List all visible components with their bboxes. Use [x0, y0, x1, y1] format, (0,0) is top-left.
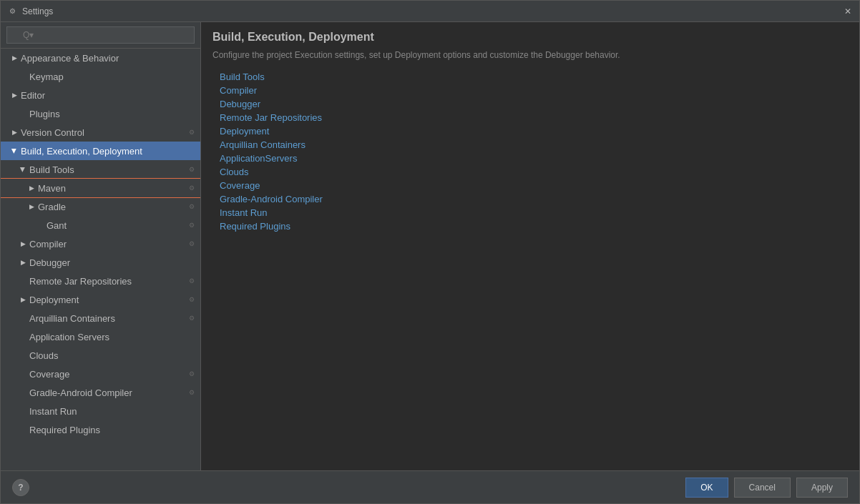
sidebar-item-label: Build, Execution, Deployment	[21, 146, 197, 157]
sidebar-item-build-execution[interactable]: ▶ Build, Execution, Deployment	[1, 142, 200, 160]
link-remote-jar[interactable]: Remote Jar Repositories	[220, 111, 848, 124]
sidebar-item-label: Arquillian Containers	[29, 313, 186, 324]
sidebar-item-label: Gradle-Android Compiler	[29, 387, 186, 398]
settings-icon: ⚙	[186, 201, 197, 212]
sidebar-item-label: Version Control	[21, 127, 186, 138]
sidebar-item-label: Keymap	[29, 71, 197, 82]
expand-arrow-icon: ▶	[9, 146, 19, 156]
sidebar-item-maven[interactable]: ▶ Maven ⚙	[1, 179, 200, 197]
expand-arrow-icon: ▶	[9, 90, 19, 100]
sidebar-item-label: Maven	[38, 183, 186, 194]
sidebar-item-remote-jar[interactable]: ▶ Remote Jar Repositories ⚙	[1, 272, 200, 290]
sidebar-item-label: Clouds	[29, 350, 197, 361]
panel-description: Configure the project Execution settings…	[212, 49, 848, 61]
help-button[interactable]: ?	[12, 479, 29, 496]
window-title: Settings	[22, 6, 842, 16]
link-deployment[interactable]: Deployment	[220, 124, 848, 138]
sidebar-item-label: Plugins	[29, 109, 197, 119]
main-content: 🔍 ▶ Appearance & Behavior ▶ Keymap ▶	[1, 22, 859, 470]
sidebar-item-label: Gradle	[38, 202, 186, 212]
link-arquillian[interactable]: Arquillian Containers	[220, 138, 848, 152]
settings-icon: ⚙	[186, 275, 197, 287]
sidebar-item-label: Deployment	[29, 295, 186, 305]
search-wrap: 🔍	[6, 26, 195, 44]
right-panel: Build, Execution, Deployment Configure t…	[201, 22, 859, 470]
link-compiler[interactable]: Compiler	[220, 84, 848, 97]
link-required-plugins[interactable]: Required Plugins	[220, 219, 848, 233]
expand-arrow-icon: ▶	[9, 53, 19, 63]
apply-button[interactable]: Apply	[796, 478, 848, 498]
sidebar-tree: ▶ Appearance & Behavior ▶ Keymap ▶ Edito…	[1, 49, 200, 470]
sidebar-item-label: Build Tools	[29, 164, 186, 175]
panel-header: Build, Execution, Deployment Configure t…	[201, 22, 859, 67]
sidebar-item-label: Gant	[47, 220, 186, 231]
app-icon: ⚙	[6, 6, 18, 17]
sidebar-item-debugger[interactable]: ▶ Debugger	[1, 253, 200, 272]
sidebar-item-coverage[interactable]: ▶ Coverage ⚙	[1, 365, 200, 383]
cancel-button[interactable]: Cancel	[734, 478, 791, 498]
expand-arrow-icon: ▶	[26, 202, 36, 212]
sidebar-item-version-control[interactable]: ▶ Version Control ⚙	[1, 123, 200, 142]
sidebar: 🔍 ▶ Appearance & Behavior ▶ Keymap ▶	[1, 22, 201, 470]
sidebar-item-label: Editor	[21, 90, 197, 101]
expand-arrow-icon: ▶	[26, 183, 36, 193]
sidebar-item-appearance[interactable]: ▶ Appearance & Behavior	[1, 49, 200, 67]
sidebar-item-plugins[interactable]: ▶ Plugins	[1, 104, 200, 123]
link-gradle-android[interactable]: Gradle-Android Compiler	[220, 192, 848, 206]
sidebar-item-arquillian[interactable]: ▶ Arquillian Containers ⚙	[1, 309, 200, 327]
sidebar-item-label: Required Plugins	[29, 425, 197, 435]
search-input[interactable]	[6, 26, 195, 44]
sidebar-item-app-servers[interactable]: ▶ Application Servers	[1, 327, 200, 346]
link-debugger[interactable]: Debugger	[220, 97, 848, 111]
link-build-tools[interactable]: Build Tools	[220, 70, 848, 84]
sidebar-item-instant-run[interactable]: ▶ Instant Run	[1, 402, 200, 420]
sidebar-item-label: Appearance & Behavior	[21, 53, 197, 64]
ok-button[interactable]: OK	[685, 478, 728, 498]
close-button[interactable]: ✕	[842, 6, 854, 17]
sidebar-item-label: Coverage	[29, 369, 186, 380]
titlebar: ⚙ Settings ✕	[1, 1, 859, 22]
sidebar-item-label: Compiler	[29, 239, 186, 249]
settings-icon: ⚙	[186, 182, 197, 194]
link-clouds[interactable]: Clouds	[220, 165, 848, 179]
sidebar-item-gant[interactable]: ▶ Gant ⚙	[1, 216, 200, 234]
sidebar-item-label: Application Servers	[29, 332, 197, 342]
settings-window: ⚙ Settings ✕ 🔍 ▶ Appearance & Behavior	[0, 0, 860, 504]
sidebar-item-build-tools[interactable]: ▶ Build Tools ⚙	[1, 160, 200, 179]
expand-arrow-icon: ▶	[9, 127, 19, 137]
sidebar-item-keymap[interactable]: ▶ Keymap	[1, 67, 200, 86]
sidebar-item-editor[interactable]: ▶ Editor	[1, 86, 200, 104]
expand-arrow-icon: ▶	[18, 257, 28, 267]
settings-icon: ⚙	[186, 238, 197, 249]
sidebar-item-clouds[interactable]: ▶ Clouds	[1, 346, 200, 365]
sidebar-item-label: Debugger	[29, 257, 197, 268]
sidebar-item-compiler[interactable]: ▶ Compiler ⚙	[1, 234, 200, 253]
link-coverage[interactable]: Coverage	[220, 179, 848, 192]
sidebar-item-label: Instant Run	[29, 406, 197, 417]
sidebar-item-required-plugins[interactable]: ▶ Required Plugins	[1, 420, 200, 439]
panel-title: Build, Execution, Deployment	[212, 31, 848, 44]
search-box: 🔍	[1, 22, 200, 49]
expand-arrow-icon: ▶	[18, 239, 28, 249]
link-instant-run[interactable]: Instant Run	[220, 206, 848, 219]
expand-arrow-icon: ▶	[18, 295, 28, 305]
settings-icon: ⚙	[186, 219, 197, 231]
expand-arrow-icon: ▶	[18, 164, 28, 174]
settings-icon: ⚙	[186, 294, 197, 305]
bottom-bar: ? OK Cancel Apply	[1, 470, 859, 503]
sidebar-item-gradle[interactable]: ▶ Gradle ⚙	[1, 197, 200, 216]
link-app-servers[interactable]: ApplicationServers	[220, 152, 848, 165]
settings-icon: ⚙	[186, 387, 197, 398]
sidebar-item-label: Remote Jar Repositories	[29, 276, 186, 287]
settings-icon: ⚙	[186, 312, 197, 324]
settings-icon: ⚙	[186, 127, 197, 138]
sidebar-item-gradle-android[interactable]: ▶ Gradle-Android Compiler ⚙	[1, 383, 200, 402]
settings-icon: ⚙	[186, 164, 197, 175]
panel-links: Build Tools Compiler Debugger Remote Jar…	[201, 67, 859, 470]
sidebar-item-deployment[interactable]: ▶ Deployment ⚙	[1, 290, 200, 309]
settings-icon: ⚙	[186, 368, 197, 380]
